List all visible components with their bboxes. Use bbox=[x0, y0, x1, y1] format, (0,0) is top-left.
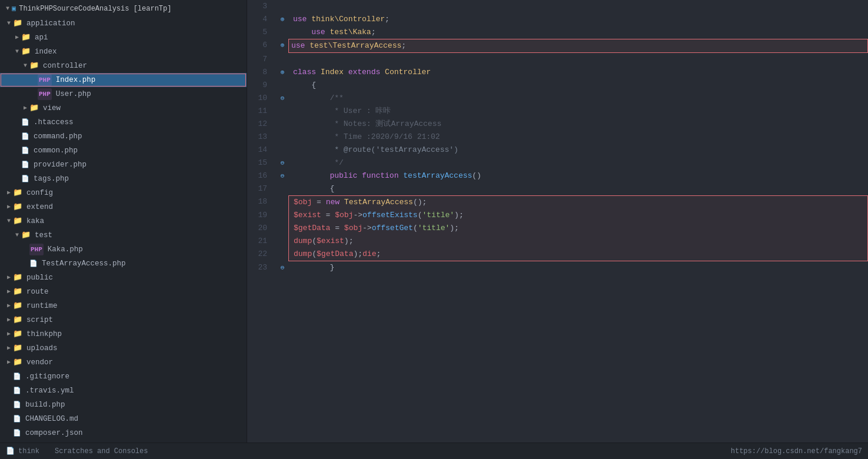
sidebar-item-extend[interactable]: ▶📁extend bbox=[0, 200, 247, 214]
line-number: 11 bbox=[247, 105, 277, 118]
line-marker bbox=[277, 53, 288, 66]
think-file-icon: 📄 bbox=[6, 447, 15, 455]
code-row: 22dump($getData);die; bbox=[247, 248, 868, 261]
sidebar-item-label: route bbox=[26, 286, 49, 298]
sidebar-item-label: User.php bbox=[56, 88, 91, 100]
file-icon: 📄 bbox=[13, 385, 21, 397]
sidebar-item-provider-php[interactable]: 📄provider.php bbox=[0, 158, 247, 172]
sidebar-item-travis[interactable]: 📄.travis.yml bbox=[0, 384, 247, 398]
sidebar-item-view[interactable]: ▶📁view bbox=[0, 101, 247, 115]
sidebar-item-script[interactable]: ▶📁script bbox=[0, 313, 247, 327]
sidebar-item-composer-json[interactable]: 📄composer.json bbox=[0, 426, 247, 440]
sidebar-item-label: api bbox=[35, 32, 48, 44]
phpfile-icon: 📄 bbox=[13, 399, 21, 411]
line-content: $getData = $obj->offsetGet('title'); bbox=[288, 222, 868, 235]
sidebar-item-application[interactable]: ▼📁application bbox=[0, 16, 247, 31]
folder-icon: 📁 bbox=[13, 201, 22, 213]
sidebar-item-label: application bbox=[26, 18, 75, 29]
sidebar-item-test[interactable]: ▼📁test bbox=[0, 228, 247, 242]
code-row: 19$exist = $obj->offsetExists('title'); bbox=[247, 209, 868, 222]
sidebar-item-label: controller bbox=[43, 60, 87, 72]
line-number: 13 bbox=[247, 131, 277, 144]
folder-arrow: ▶ bbox=[21, 102, 29, 114]
line-marker: ⊖ bbox=[277, 92, 288, 105]
code-row: 7 bbox=[247, 53, 868, 66]
folder-arrow: ▶ bbox=[5, 357, 13, 368]
sidebar-item-label: command.php bbox=[34, 131, 82, 142]
sidebar-item-tags-php[interactable]: 📄tags.php bbox=[0, 172, 247, 186]
line-content: /** bbox=[288, 92, 868, 105]
sidebar-item-user-php[interactable]: PHPUser.php bbox=[0, 87, 247, 101]
sidebar-item-label: common.php bbox=[34, 145, 78, 157]
phpfile-icon: 📄 bbox=[29, 258, 38, 270]
sidebar-item-label: config bbox=[26, 187, 53, 199]
sidebar-item-thinkphp[interactable]: ▶📁thinkphp bbox=[0, 327, 247, 341]
sidebar-item-testarrayaccess-php[interactable]: 📄TestArrayAccess.php bbox=[0, 257, 247, 271]
sidebar-item-index[interactable]: ▼📁index bbox=[0, 45, 247, 59]
code-row: 9 { bbox=[247, 79, 868, 92]
line-content: public function testArrayAccess() bbox=[288, 169, 868, 182]
code-row: 13 * Time :2020/9/16 21:02 bbox=[247, 131, 868, 144]
folder-icon: 📁 bbox=[29, 60, 39, 72]
line-number: 20 bbox=[247, 222, 277, 235]
sidebar-item-index-php[interactable]: PHPIndex.php bbox=[0, 73, 247, 87]
sidebar-item-common-php[interactable]: 📄common.php bbox=[0, 144, 247, 158]
php-icon: PHP bbox=[29, 244, 44, 255]
line-number: 22 bbox=[247, 248, 277, 261]
sidebar-item-htaccess[interactable]: 📄.htaccess bbox=[0, 115, 247, 129]
line-marker bbox=[277, 131, 288, 144]
sidebar-item-runtime[interactable]: ▶📁runtime bbox=[0, 299, 247, 313]
sidebar-item-public[interactable]: ▶📁public bbox=[0, 271, 247, 285]
folder-arrow: ▶ bbox=[5, 300, 13, 312]
phpfile-icon: 📄 bbox=[21, 131, 29, 142]
code-scroll[interactable]: 34⊕use think\Controller;5 use test\Kaka;… bbox=[247, 0, 868, 443]
code-row: 10⊖ /** bbox=[247, 92, 868, 105]
line-number: 19 bbox=[247, 209, 277, 222]
line-marker: ⊕ bbox=[277, 13, 288, 26]
sidebar-item-changelog[interactable]: 📄CHANGELOG.md bbox=[0, 412, 247, 426]
line-marker bbox=[277, 195, 288, 209]
project-icon: ▣ bbox=[12, 3, 16, 15]
sidebar-item-label: tags.php bbox=[34, 173, 69, 185]
phpfile-icon: 📄 bbox=[21, 173, 29, 185]
code-row: 12 * Notes: 测试ArrayAccess bbox=[247, 118, 868, 131]
code-row: 5 use test\Kaka; bbox=[247, 26, 868, 39]
sidebar-item-controller[interactable]: ▼📁controller bbox=[0, 59, 247, 73]
code-row: 11 * User : 咔咔 bbox=[247, 105, 868, 118]
sidebar-item-api[interactable]: ▶📁api bbox=[0, 31, 247, 45]
sidebar-item-config[interactable]: ▶📁config bbox=[0, 186, 247, 200]
folder-icon: 📁 bbox=[13, 286, 22, 298]
line-content: } bbox=[288, 261, 868, 274]
project-header[interactable]: ▼ ▣ ThinkPHPSourceCodeAnalysis [learnTp] bbox=[0, 1, 247, 16]
line-marker: ⊖ bbox=[277, 261, 288, 274]
code-row: 16⊖ public function testArrayAccess() bbox=[247, 169, 868, 182]
code-row: 17 { bbox=[247, 182, 868, 195]
sidebar-item-route[interactable]: ▶📁route bbox=[0, 285, 247, 299]
line-marker bbox=[277, 222, 288, 235]
sidebar-item-label: .htaccess bbox=[34, 117, 74, 128]
line-number: 17 bbox=[247, 182, 277, 195]
line-content: * User : 咔咔 bbox=[288, 105, 868, 118]
folder-arrow: ▼ bbox=[13, 230, 21, 241]
folder-icon: 📁 bbox=[13, 342, 22, 354]
sidebar-item-label: public bbox=[26, 272, 53, 284]
sidebar-item-command-php[interactable]: 📄command.php bbox=[0, 129, 247, 144]
folder-icon: 📁 bbox=[29, 102, 39, 114]
phpfile-icon: 📄 bbox=[21, 159, 29, 171]
sidebar-item-vendor[interactable]: ▶📁vendor bbox=[0, 355, 247, 370]
sidebar-item-label: vendor bbox=[26, 357, 53, 368]
folder-arrow: ▶ bbox=[5, 342, 13, 354]
folder-arrow: ▶ bbox=[13, 32, 21, 44]
main-container: ▼ ▣ ThinkPHPSourceCodeAnalysis [learnTp]… bbox=[0, 0, 868, 443]
sidebar-item-uploads[interactable]: ▶📁uploads bbox=[0, 341, 247, 355]
line-marker bbox=[277, 26, 288, 39]
line-content: use think\Controller; bbox=[288, 13, 868, 26]
sidebar-item-kaka-php[interactable]: PHPKaka.php bbox=[0, 242, 247, 257]
folder-icon: 📁 bbox=[21, 230, 31, 241]
line-marker bbox=[277, 144, 288, 157]
line-marker bbox=[277, 0, 288, 13]
sidebar-item-build-php[interactable]: 📄build.php bbox=[0, 398, 247, 412]
sidebar-item-gitignore[interactable]: 📄.gitignore bbox=[0, 370, 247, 384]
line-number: 12 bbox=[247, 118, 277, 131]
sidebar-item-kaka[interactable]: ▼📁kaka bbox=[0, 214, 247, 228]
